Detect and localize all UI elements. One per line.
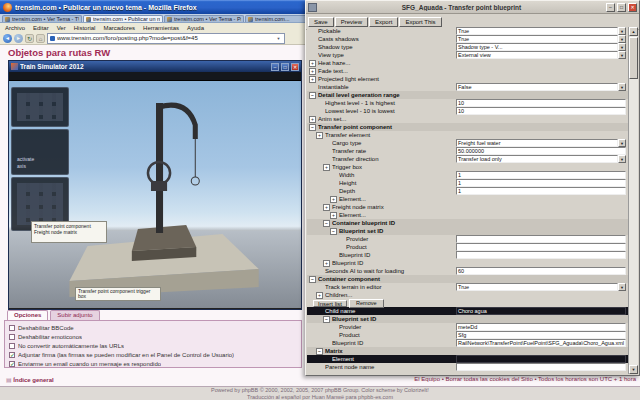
- expander-icon[interactable]: [309, 116, 316, 123]
- property-value[interactable]: True: [456, 35, 626, 43]
- blueprint-minimize-button[interactable]: [606, 3, 615, 12]
- board-index-link[interactable]: Índice general: [6, 376, 54, 383]
- property-row[interactable]: Blueprint set ID: [307, 227, 628, 235]
- property-value[interactable]: 60: [456, 267, 626, 275]
- blueprint-scrollbar[interactable]: [628, 27, 638, 374]
- reload-icon[interactable]: [25, 34, 34, 43]
- property-row[interactable]: Insert list Remove: [307, 299, 628, 307]
- property-row[interactable]: Shadow type Shadow type - V...: [307, 43, 628, 51]
- editor-tool-panel[interactable]: [11, 87, 69, 127]
- property-row[interactable]: Product: [307, 243, 628, 251]
- property-row[interactable]: Blueprint ID: [307, 259, 628, 267]
- property-row[interactable]: Transfer rate 50.000000: [307, 147, 628, 155]
- property-row[interactable]: Parent node name: [307, 363, 628, 371]
- property-value[interactable]: meteDd: [456, 323, 626, 331]
- dropdown-arrow-icon[interactable]: [618, 139, 626, 147]
- url-dropdown-icon[interactable]: [275, 36, 282, 41]
- menu-item[interactable]: Ayuda: [187, 25, 204, 31]
- menu-item[interactable]: Editar: [33, 25, 49, 31]
- property-value-text[interactable]: True: [456, 27, 618, 35]
- property-row[interactable]: Transfer element: [307, 131, 628, 139]
- property-row[interactable]: Container blueprint ID: [307, 219, 628, 227]
- property-value[interactable]: 1: [456, 179, 626, 187]
- menu-item[interactable]: Herramientas: [143, 25, 179, 31]
- property-row[interactable]: Projected light element: [307, 75, 628, 83]
- property-row[interactable]: Element: [307, 355, 628, 363]
- property-value-text[interactable]: 10: [456, 99, 626, 107]
- editor-object-panel[interactable]: activate axis: [11, 129, 69, 175]
- simulator-close-button[interactable]: [291, 63, 299, 71]
- expander-icon[interactable]: [316, 132, 323, 139]
- property-row[interactable]: Height 1: [307, 179, 628, 187]
- property-row[interactable]: Element...: [307, 211, 628, 219]
- property-row[interactable]: Depth 1: [307, 187, 628, 195]
- toolbar-button[interactable]: Save: [308, 17, 334, 27]
- option-row[interactable]: Deshabilitar emoticonos: [9, 332, 297, 341]
- menu-item[interactable]: Ver: [57, 25, 66, 31]
- property-row[interactable]: Provider: [307, 235, 628, 243]
- property-value[interactable]: Transfer load only: [456, 155, 626, 163]
- simulator-viewport[interactable]: activate axis Transfer point component F…: [9, 81, 301, 308]
- property-value-text[interactable]: False: [456, 83, 618, 91]
- expander-icon[interactable]: [330, 196, 337, 203]
- property-row[interactable]: Product Sfg: [307, 331, 628, 339]
- property-value[interactable]: Shadow type - V...: [456, 43, 626, 51]
- property-row[interactable]: Element...: [307, 195, 628, 203]
- property-row[interactable]: Blueprint set ID: [307, 315, 628, 323]
- expander-icon[interactable]: [323, 220, 330, 227]
- property-row[interactable]: Freight node matrix: [307, 203, 628, 211]
- menu-item[interactable]: Archivo: [5, 25, 25, 31]
- dropdown-arrow-icon[interactable]: [618, 43, 626, 51]
- expander-icon[interactable]: [316, 292, 323, 299]
- property-row[interactable]: Cargo type Freight fuel water: [307, 139, 628, 147]
- property-row[interactable]: Track terrain in editor True: [307, 283, 628, 291]
- property-row[interactable]: View type External view: [307, 51, 628, 59]
- property-value[interactable]: True: [456, 283, 626, 291]
- property-value-text[interactable]: [456, 363, 626, 371]
- property-value[interactable]: True: [456, 27, 626, 35]
- scroll-up-icon[interactable]: [629, 27, 638, 36]
- property-row[interactable]: Casts shadows True: [307, 35, 628, 43]
- scroll-down-icon[interactable]: [629, 365, 638, 374]
- property-value[interactable]: Remove: [349, 299, 383, 308]
- browser-tab[interactable]: trensim.com • Ver Tema - TUTORIAL - Pro.…: [2, 15, 82, 22]
- browser-tab[interactable]: trensim.com • Publicar un nuevo tema: [83, 15, 163, 22]
- expander-icon[interactable]: [330, 212, 337, 219]
- forward-icon[interactable]: [14, 34, 23, 43]
- property-row[interactable]: Width 1: [307, 171, 628, 179]
- property-row[interactable]: Transfer direction Transfer load only: [307, 155, 628, 163]
- blueprint-close-button[interactable]: [628, 3, 637, 12]
- checkbox-icon[interactable]: [9, 361, 15, 367]
- scrollbar-thumb[interactable]: [629, 37, 638, 79]
- property-value[interactable]: [456, 355, 626, 363]
- option-row[interactable]: No convertir automáticamente las URLs: [9, 341, 297, 350]
- property-value-text[interactable]: True: [456, 283, 618, 291]
- property-value-text[interactable]: Sfg: [456, 331, 626, 339]
- dropdown-arrow-icon[interactable]: [618, 51, 626, 59]
- options-tab[interactable]: Subir adjunto: [50, 310, 99, 320]
- property-row[interactable]: Matrix: [307, 347, 628, 355]
- property-value-text[interactable]: 1: [456, 171, 626, 179]
- checkbox-icon[interactable]: [9, 343, 15, 349]
- option-row[interactable]: Deshabilitar BBCode: [9, 323, 297, 332]
- dropdown-arrow-icon[interactable]: [618, 27, 626, 35]
- expander-icon[interactable]: [323, 204, 330, 211]
- property-value-text[interactable]: meteDd: [456, 323, 626, 331]
- expander-icon[interactable]: [309, 60, 316, 67]
- property-value[interactable]: External view: [456, 51, 626, 59]
- property-row[interactable]: Seconds AI to wait for loading 60: [307, 267, 628, 275]
- checkbox-icon[interactable]: [9, 334, 15, 340]
- expander-icon[interactable]: [309, 276, 316, 283]
- property-value[interactable]: [456, 235, 626, 243]
- dropdown-arrow-icon[interactable]: [618, 83, 626, 91]
- property-value-text[interactable]: Choro agua: [456, 307, 626, 315]
- expander-icon[interactable]: [316, 348, 323, 355]
- property-value[interactable]: 50.000000: [456, 147, 626, 155]
- expander-icon[interactable]: [309, 124, 316, 131]
- toolbar-button[interactable]: Export: [369, 17, 398, 27]
- property-value[interactable]: 10: [456, 99, 626, 107]
- property-row[interactable]: Heat haze...: [307, 59, 628, 67]
- option-row[interactable]: Adjuntar firma (las firmas se pueden mod…: [9, 350, 297, 359]
- property-value[interactable]: Choro agua: [456, 307, 626, 315]
- property-row[interactable]: Child name Choro agua: [307, 307, 628, 315]
